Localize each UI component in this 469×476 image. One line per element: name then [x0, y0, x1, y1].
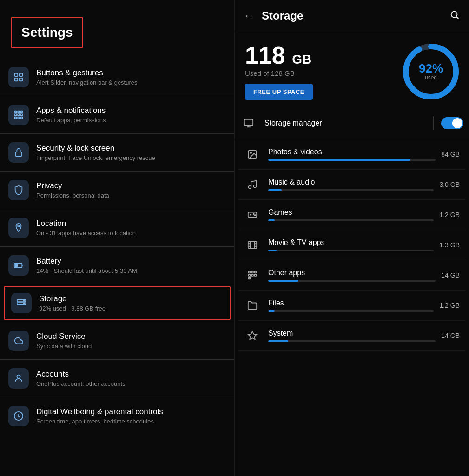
- storage-manager-icon: [240, 115, 257, 132]
- sidebar-item-cloud[interactable]: Cloud Service Sync data with cloud: [0, 324, 234, 357]
- files-bar: [268, 310, 434, 312]
- music-bar-fill: [268, 189, 282, 191]
- sidebar-item-battery[interactable]: Battery 14% - Should last until about 5:…: [0, 249, 234, 282]
- svg-rect-5: [18, 111, 20, 113]
- svg-point-30: [254, 185, 257, 188]
- movies-bar: [268, 250, 434, 251]
- privacy-subtitle: Permissions, personal data: [36, 192, 226, 199]
- sidebar-item-apps-notifications[interactable]: Apps & notifications Default apps, permi…: [0, 98, 234, 132]
- location-title: Location: [36, 219, 226, 228]
- storage-row-system[interactable]: System 14 GB: [238, 321, 465, 351]
- free-up-space-button[interactable]: FREE UP SPACE: [245, 84, 313, 100]
- movies-info: Movie & TV apps: [268, 238, 434, 251]
- storage-circle: 92% used: [403, 44, 459, 99]
- svg-rect-16: [15, 264, 18, 267]
- games-label: Games: [268, 208, 434, 217]
- games-bar: [268, 219, 434, 221]
- movies-icon: [244, 237, 261, 253]
- system-bar: [268, 340, 436, 342]
- storage-row-music[interactable]: Music & audio 3.0 GB: [238, 170, 465, 200]
- apps-notifications-title: Apps & notifications: [36, 106, 226, 115]
- svg-rect-41: [249, 278, 251, 279]
- battery-subtitle: 14% - Should last until about 5:30 AM: [36, 267, 226, 274]
- sidebar-item-privacy[interactable]: Privacy Permissions, personal data: [0, 173, 234, 207]
- back-button[interactable]: ←: [244, 10, 254, 22]
- music-info: Music & audio: [268, 178, 434, 191]
- svg-point-20: [24, 303, 25, 304]
- sidebar-item-security[interactable]: Security & lock screen Fingerprint, Face…: [0, 136, 234, 169]
- photos-icon: [244, 146, 261, 163]
- other-apps-bar: [268, 280, 436, 282]
- system-bar-fill: [268, 340, 288, 342]
- divider-line: [433, 116, 434, 130]
- accounts-text: Accounts OnePlus account, other accounts: [36, 370, 226, 387]
- svg-point-21: [17, 375, 20, 378]
- sidebar-item-location[interactable]: Location On - 31 apps have access to loc…: [0, 211, 234, 245]
- circle-percent-value: 92%: [419, 62, 443, 74]
- svg-rect-12: [21, 117, 23, 119]
- svg-rect-3: [20, 78, 22, 81]
- games-info: Games: [268, 208, 434, 221]
- storage-row-photos[interactable]: Photos & videos 84 GB: [238, 139, 465, 170]
- digital-wellbeing-text: Digital Wellbeing & parental controls Sc…: [36, 407, 226, 425]
- games-size: 1.2 GB: [439, 211, 460, 218]
- files-info: Files: [268, 299, 434, 312]
- svg-point-19: [24, 300, 25, 301]
- storage-row-other-apps[interactable]: Other apps 14 GB: [238, 260, 465, 291]
- other-apps-icon: [244, 267, 261, 284]
- apps-notifications-subtitle: Default apps, permissions: [36, 117, 226, 124]
- storage-subtitle: 92% used - 9.88 GB free: [39, 305, 223, 312]
- files-bar-fill: [268, 310, 275, 312]
- svg-rect-34: [248, 242, 257, 249]
- search-icon[interactable]: [449, 10, 460, 22]
- system-icon: [244, 327, 261, 344]
- sidebar-item-storage[interactable]: Storage 92% used - 9.88 GB free: [4, 286, 231, 320]
- accounts-title: Accounts: [36, 370, 226, 379]
- music-icon: [244, 176, 261, 193]
- svg-rect-35: [249, 271, 251, 273]
- location-icon: [8, 218, 29, 238]
- storage-title: Storage: [39, 294, 223, 304]
- storage-row-games[interactable]: Games 1.2 GB: [238, 200, 465, 230]
- svg-point-32: [253, 213, 254, 214]
- storage-numbers: 118 GB Used of 128 GB FREE UP SPACE: [245, 43, 403, 100]
- svg-rect-9: [21, 114, 23, 116]
- settings-title: Settings: [21, 25, 73, 40]
- storage-manager-row[interactable]: Storage manager: [235, 107, 469, 139]
- digital-wellbeing-subtitle: Screen time, app timers, bedtime schedul…: [36, 418, 226, 425]
- photos-bar: [268, 159, 436, 161]
- system-label: System: [268, 329, 436, 337]
- svg-rect-13: [16, 152, 22, 156]
- settings-list: Buttons & gestures Alert Slider, navigat…: [0, 60, 234, 433]
- svg-point-23: [451, 11, 457, 17]
- movies-bar-fill: [268, 250, 277, 251]
- privacy-icon: [8, 180, 29, 200]
- privacy-text: Privacy Permissions, personal data: [36, 181, 226, 199]
- games-icon: [244, 206, 261, 223]
- storage-row-files[interactable]: Files 1.2 GB: [238, 291, 465, 321]
- security-text: Security & lock screen Fingerprint, Face…: [36, 144, 226, 161]
- svg-rect-36: [251, 271, 253, 273]
- digital-wellbeing-icon: [8, 406, 29, 426]
- storage-manager-toggle[interactable]: [441, 117, 463, 129]
- storage-summary: 118 GB Used of 128 GB FREE UP SPACE 92% …: [235, 32, 469, 107]
- svg-rect-6: [21, 111, 23, 113]
- sidebar-item-buttons-gestures[interactable]: Buttons & gestures Alert Slider, navigat…: [0, 60, 234, 94]
- svg-rect-7: [15, 114, 17, 116]
- storage-row-movies[interactable]: Movie & TV apps 1.3 GB: [238, 230, 465, 260]
- location-subtitle: On - 31 apps have access to location: [36, 230, 226, 237]
- photos-bar-fill: [268, 159, 410, 161]
- buttons-gestures-text: Buttons & gestures Alert Slider, navigat…: [36, 68, 226, 86]
- buttons-gestures-title: Buttons & gestures: [36, 68, 226, 78]
- storage-panel: ← Storage 118 GB Used of 128 GB FREE UP …: [234, 0, 469, 476]
- sidebar-item-digital-wellbeing[interactable]: Digital Wellbeing & parental controls Sc…: [0, 399, 234, 433]
- games-bar-fill: [268, 219, 275, 221]
- sidebar-item-accounts[interactable]: Accounts OnePlus account, other accounts: [0, 362, 234, 395]
- storage-of-label: Used of 128 GB: [245, 69, 403, 77]
- storage-page-title: Storage: [262, 9, 449, 22]
- svg-rect-38: [249, 274, 251, 276]
- svg-rect-39: [251, 274, 253, 276]
- other-apps-bar-fill: [268, 280, 298, 282]
- other-apps-size: 14 GB: [441, 271, 460, 279]
- security-subtitle: Fingerprint, Face Unlock, emergency resc…: [36, 154, 226, 161]
